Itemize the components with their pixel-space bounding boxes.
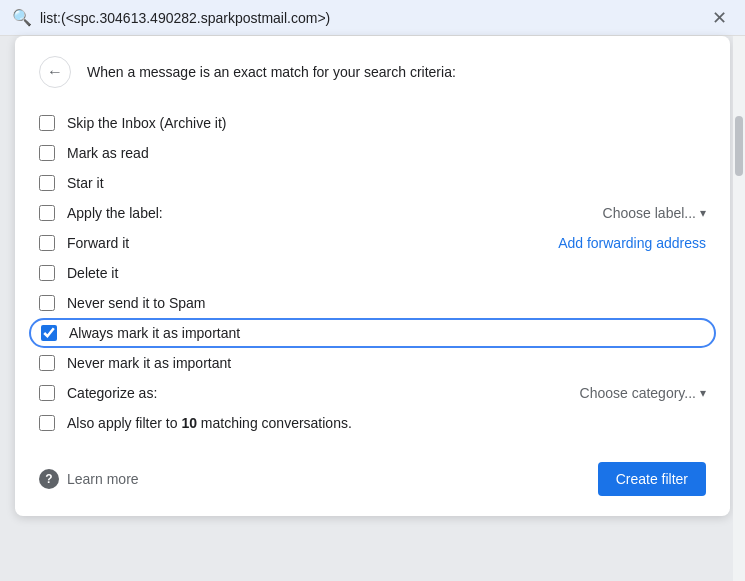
- filter-panel: ← When a message is an exact match for y…: [15, 36, 730, 516]
- option-always-important-text: Always mark it as important: [69, 325, 240, 341]
- checkbox-star-it[interactable]: [39, 175, 55, 191]
- checkbox-never-important[interactable]: [39, 355, 55, 371]
- learn-more-text: Learn more: [67, 471, 139, 487]
- option-categorize-as-label[interactable]: Categorize as:: [39, 385, 568, 401]
- option-mark-as-read: Mark as read: [39, 138, 706, 168]
- create-filter-button[interactable]: Create filter: [598, 462, 706, 496]
- option-also-apply: Also apply filter to 10 matching convers…: [39, 408, 706, 438]
- option-skip-inbox-label[interactable]: Skip the Inbox (Archive it): [39, 115, 706, 131]
- checkbox-delete-it[interactable]: [39, 265, 55, 281]
- search-icon: 🔍: [12, 8, 32, 27]
- option-always-important-label[interactable]: Always mark it as important: [41, 325, 704, 341]
- checkbox-skip-inbox[interactable]: [39, 115, 55, 131]
- category-dropdown[interactable]: Choose category... ▾: [580, 385, 706, 401]
- option-skip-inbox-text: Skip the Inbox (Archive it): [67, 115, 227, 131]
- option-never-spam-label[interactable]: Never send it to Spam: [39, 295, 706, 311]
- back-button[interactable]: ←: [39, 56, 71, 88]
- option-delete-it-text: Delete it: [67, 265, 118, 281]
- option-apply-label: Apply the label: Choose label... ▾: [39, 198, 706, 228]
- checkbox-forward-it[interactable]: [39, 235, 55, 251]
- option-delete-it: Delete it: [39, 258, 706, 288]
- checkbox-categorize-as[interactable]: [39, 385, 55, 401]
- add-forwarding-address-link[interactable]: Add forwarding address: [558, 235, 706, 251]
- help-icon: ?: [39, 469, 59, 489]
- search-query-text: list:(<spc.304613.490282.sparkpostmail.c…: [40, 10, 697, 26]
- option-never-important-text: Never mark it as important: [67, 355, 231, 371]
- option-always-important: Always mark it as important: [29, 318, 716, 348]
- option-categorize-as-text: Categorize as:: [67, 385, 161, 401]
- option-skip-inbox: Skip the Inbox (Archive it): [39, 108, 706, 138]
- option-also-apply-label[interactable]: Also apply filter to 10 matching convers…: [39, 415, 706, 431]
- category-dropdown-text: Choose category...: [580, 385, 696, 401]
- checkbox-never-spam[interactable]: [39, 295, 55, 311]
- checkbox-mark-as-read[interactable]: [39, 145, 55, 161]
- learn-more-area[interactable]: ? Learn more: [39, 469, 139, 489]
- option-forward-it: Forward it Add forwarding address: [39, 228, 706, 258]
- option-mark-as-read-label[interactable]: Mark as read: [39, 145, 706, 161]
- option-star-it-text: Star it: [67, 175, 104, 191]
- label-dropdown[interactable]: Choose label... ▾: [603, 205, 706, 221]
- option-never-important-label[interactable]: Never mark it as important: [39, 355, 706, 371]
- option-apply-label-label[interactable]: Apply the label:: [39, 205, 591, 221]
- option-forward-it-label[interactable]: Forward it: [39, 235, 542, 251]
- close-button[interactable]: ✕: [705, 4, 733, 32]
- category-dropdown-arrow: ▾: [700, 386, 706, 400]
- option-never-spam: Never send it to Spam: [39, 288, 706, 318]
- option-apply-label-text: Apply the label:: [67, 205, 167, 221]
- option-also-apply-text: Also apply filter to 10 matching convers…: [67, 415, 352, 431]
- checkbox-apply-label[interactable]: [39, 205, 55, 221]
- option-categorize-as: Categorize as: Choose category... ▾: [39, 378, 706, 408]
- panel-footer: ? Learn more Create filter: [39, 454, 706, 496]
- label-dropdown-text: Choose label...: [603, 205, 696, 221]
- option-never-spam-text: Never send it to Spam: [67, 295, 206, 311]
- checkbox-also-apply[interactable]: [39, 415, 55, 431]
- option-never-important: Never mark it as important: [39, 348, 706, 378]
- option-delete-it-label[interactable]: Delete it: [39, 265, 706, 281]
- option-mark-as-read-text: Mark as read: [67, 145, 149, 161]
- option-star-it: Star it: [39, 168, 706, 198]
- label-dropdown-arrow: ▾: [700, 206, 706, 220]
- search-bar: 🔍 list:(<spc.304613.490282.sparkpostmail…: [0, 0, 745, 36]
- panel-header-text: When a message is an exact match for you…: [87, 64, 456, 80]
- panel-header: ← When a message is an exact match for y…: [39, 56, 706, 88]
- options-list: Skip the Inbox (Archive it) Mark as read…: [39, 108, 706, 438]
- checkbox-always-important[interactable]: [41, 325, 57, 341]
- option-star-it-label[interactable]: Star it: [39, 175, 706, 191]
- scrollbar-thumb: [735, 116, 743, 176]
- scrollbar[interactable]: [733, 36, 745, 581]
- option-forward-it-text: Forward it: [67, 235, 129, 251]
